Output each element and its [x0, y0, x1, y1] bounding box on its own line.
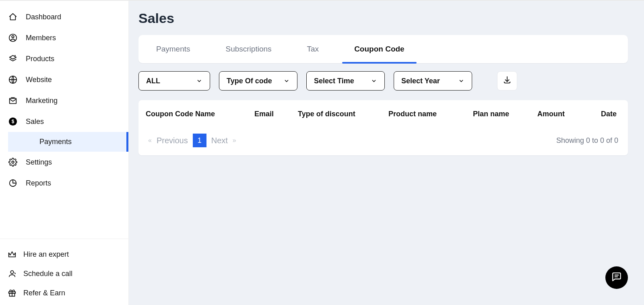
chat-icon	[611, 272, 622, 284]
tabs-bar: Payments Subscriptions Tax Coupon Code	[138, 35, 628, 63]
pagination-prev[interactable]: Previous	[157, 136, 188, 145]
sidebar-subitem-payments[interactable]: Payments	[8, 132, 128, 152]
sidebar-item-label: Sales	[26, 117, 44, 126]
main-content: Sales Payments Subscriptions Tax Coupon …	[129, 1, 644, 305]
page-title: Sales	[138, 10, 628, 26]
tab-subscriptions[interactable]: Subscriptions	[208, 35, 289, 63]
sidebar-main-nav: Dashboard Members Products Website	[0, 1, 128, 239]
sidebar-item-settings[interactable]: Settings	[0, 152, 128, 173]
tab-label: Tax	[307, 45, 319, 54]
filter-label: Type Of code	[227, 77, 272, 85]
crown-icon	[7, 249, 17, 259]
sidebar: Dashboard Members Products Website	[0, 1, 129, 305]
mail-icon	[8, 96, 18, 105]
filter-select-time[interactable]: Select Time	[306, 71, 385, 91]
tab-label: Coupon Code	[354, 45, 405, 54]
sidebar-item-label: Schedule a call	[23, 270, 72, 278]
filter-label: Select Year	[401, 77, 440, 85]
sidebar-item-website[interactable]: Website	[0, 69, 128, 90]
table-header: Date	[590, 110, 618, 118]
table-header-row: Coupon Code Name Email Type of discount …	[138, 100, 628, 128]
svg-point-1	[12, 36, 14, 38]
home-icon	[8, 12, 18, 22]
tab-tax[interactable]: Tax	[289, 35, 337, 63]
sidebar-item-label: Members	[26, 34, 56, 42]
sidebar-item-label: Marketing	[26, 97, 58, 105]
table-header: Product name	[387, 110, 471, 118]
gear-icon	[8, 157, 18, 167]
sidebar-item-label: Reports	[26, 179, 51, 188]
user-circle-icon	[8, 33, 18, 43]
chevron-down-icon	[458, 78, 464, 84]
table-header: Email	[253, 110, 296, 118]
layers-icon	[8, 54, 18, 64]
table-footer: « Previous 1 Next » Showing 0 to 0 of 0	[138, 128, 628, 155]
sidebar-footer-nav: Hire an expert Schedule a call Refer & E…	[0, 239, 128, 305]
tab-label: Payments	[156, 45, 190, 54]
sidebar-item-schedule-call[interactable]: Schedule a call	[0, 264, 128, 283]
tab-coupon-code[interactable]: Coupon Code	[336, 35, 422, 63]
dollar-circle-icon: $	[8, 117, 18, 126]
svg-point-8	[10, 271, 13, 274]
sidebar-item-hire-expert[interactable]: Hire an expert	[0, 245, 128, 264]
filter-type-of-code[interactable]: Type Of code	[219, 71, 297, 91]
sidebar-item-sales[interactable]: $ Sales	[0, 111, 128, 132]
pie-chart-icon	[8, 178, 18, 188]
sidebar-item-refer-earn[interactable]: Refer & Earn	[0, 283, 128, 303]
table-header: Type of discount	[296, 110, 387, 118]
download-button[interactable]	[497, 71, 517, 91]
filter-select-year[interactable]: Select Year	[394, 71, 472, 91]
table-header: Coupon Code Name	[144, 110, 253, 118]
svg-point-6	[12, 161, 14, 163]
pagination-next[interactable]: Next	[211, 136, 228, 145]
chevron-down-icon	[371, 78, 377, 84]
data-table: Coupon Code Name Email Type of discount …	[138, 100, 628, 155]
pagination-page-current[interactable]: 1	[193, 134, 206, 147]
sidebar-item-label: Refer & Earn	[23, 289, 65, 297]
chevron-down-icon	[283, 78, 290, 84]
tab-label: Subscriptions	[225, 45, 271, 54]
sidebar-item-label: Website	[26, 76, 52, 84]
table-header: Plan name	[471, 110, 536, 118]
pagination-last-icon[interactable]: »	[233, 137, 236, 144]
tab-payments[interactable]: Payments	[138, 35, 208, 63]
filter-all[interactable]: ALL	[138, 71, 210, 91]
gift-icon	[7, 288, 17, 298]
sidebar-item-dashboard[interactable]: Dashboard	[0, 6, 128, 27]
globe-icon	[8, 75, 18, 84]
download-icon	[503, 76, 512, 86]
pagination: « Previous 1 Next »	[148, 134, 236, 147]
sidebar-item-members[interactable]: Members	[0, 27, 128, 48]
filter-label: Select Time	[314, 77, 354, 85]
chevron-down-icon	[196, 78, 202, 84]
sidebar-item-label: Products	[26, 55, 54, 63]
sidebar-item-label: Settings	[26, 158, 52, 167]
pagination-first-icon[interactable]: «	[148, 137, 152, 144]
filters-row: ALL Type Of code Select Time Select Year	[138, 71, 628, 91]
pagination-summary: Showing 0 to 0 of 0	[556, 136, 618, 145]
sidebar-subitem-label: Payments	[39, 138, 72, 146]
headset-icon	[7, 269, 17, 278]
sidebar-item-products[interactable]: Products	[0, 48, 128, 69]
sidebar-item-label: Hire an expert	[23, 250, 69, 259]
table-header: Amount	[536, 110, 590, 118]
sidebar-item-reports[interactable]: Reports	[0, 173, 128, 194]
svg-text:$: $	[12, 119, 14, 124]
filter-label: ALL	[146, 77, 160, 85]
chat-fab[interactable]	[605, 266, 628, 289]
sidebar-item-label: Dashboard	[26, 13, 61, 21]
sidebar-item-marketing[interactable]: Marketing	[0, 90, 128, 111]
